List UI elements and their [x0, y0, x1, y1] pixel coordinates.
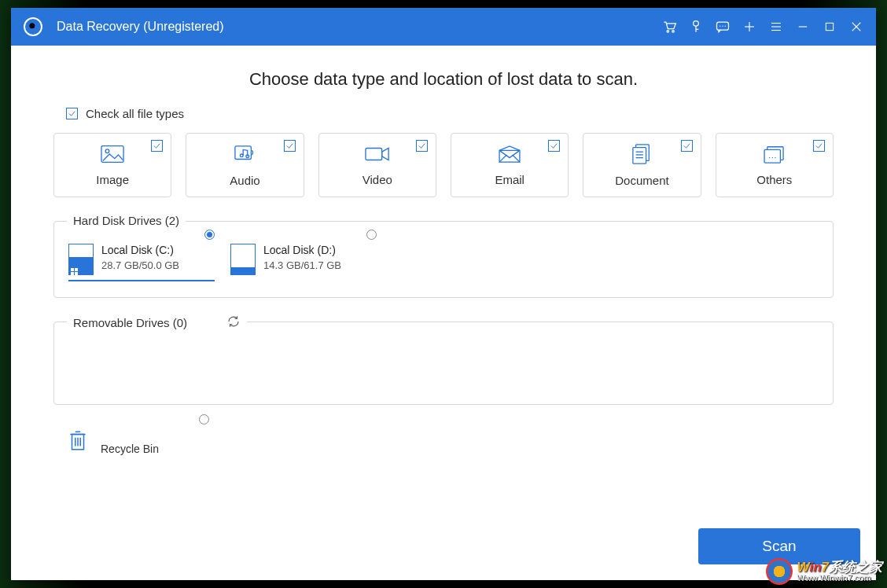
svg-point-38 [771, 156, 772, 157]
check-all-row[interactable]: Check all file types [66, 107, 834, 120]
document-checkbox[interactable] [681, 140, 693, 152]
watermark: Win7系统之家 Www.Winwin7.com [766, 558, 882, 585]
email-label: Email [495, 173, 524, 186]
disk-icon [230, 244, 256, 275]
email-checkbox[interactable] [548, 140, 560, 152]
svg-rect-27 [366, 148, 382, 160]
file-type-card-audio[interactable]: Audio [186, 133, 304, 197]
others-icon [763, 145, 786, 167]
image-checkbox[interactable] [151, 140, 163, 152]
audio-checkbox[interactable] [284, 140, 296, 152]
svg-rect-31 [633, 147, 646, 163]
maximize-button[interactable] [816, 13, 843, 40]
svg-point-23 [105, 149, 109, 153]
file-type-card-image[interactable]: Image [53, 133, 171, 197]
menu-icon[interactable] [763, 13, 789, 40]
audio-icon [233, 144, 256, 167]
svg-rect-41 [75, 268, 78, 271]
drive-size: 28.7 GB/50.0 GB [101, 259, 179, 271]
svg-marker-28 [381, 148, 388, 160]
svg-point-5 [672, 31, 675, 33]
svg-point-0 [29, 23, 35, 28]
recycle-bin-radio[interactable] [199, 414, 209, 424]
image-icon [101, 145, 124, 167]
file-type-cards: ImageAudioVideoEmailDocumentOthers [53, 133, 834, 197]
window-title: Data Recovery (Unregistered) [57, 20, 224, 34]
hdd-drives-row: Local Disk (C:)28.7 GB/50.0 GBLocal Disk… [68, 244, 819, 281]
app-window: Data Recovery (Unregistered) Choose data… [11, 8, 876, 580]
minimize-button[interactable] [789, 13, 816, 40]
disk-icon [68, 244, 94, 275]
file-type-card-email[interactable]: Email [451, 133, 569, 197]
video-label: Video [363, 173, 392, 186]
drive-radio[interactable] [366, 230, 377, 240]
svg-rect-43 [75, 272, 78, 275]
cart-icon[interactable] [656, 13, 683, 40]
recycle-bin-label: Recycle Bin [101, 443, 159, 455]
svg-rect-40 [71, 268, 74, 271]
email-icon [498, 145, 521, 167]
file-type-card-video[interactable]: Video [318, 133, 436, 197]
svg-rect-19 [826, 23, 833, 30]
svg-point-37 [769, 156, 770, 157]
svg-rect-42 [71, 272, 74, 275]
drive-item[interactable]: Local Disk (D:)14.3 GB/61.7 GB [230, 244, 377, 281]
video-icon [365, 145, 390, 167]
key-icon[interactable] [683, 13, 709, 40]
svg-line-1 [35, 28, 37, 31]
svg-rect-36 [764, 149, 780, 163]
svg-point-6 [694, 21, 699, 27]
svg-point-39 [775, 156, 775, 157]
hdd-section-label: Hard Disk Drives (2) [67, 214, 186, 227]
refresh-icon[interactable] [226, 314, 241, 331]
others-label: Others [756, 173, 792, 186]
check-all-checkbox[interactable] [66, 108, 78, 119]
svg-rect-22 [101, 145, 123, 162]
plus-icon[interactable] [736, 13, 763, 40]
svg-point-4 [667, 31, 669, 33]
recycle-bin-option[interactable]: Recycle Bin [68, 428, 209, 455]
check-all-label: Check all file types [86, 107, 184, 120]
app-logo-icon [24, 17, 42, 36]
hdd-section: Hard Disk Drives (2) Local Disk (C:)28.7… [53, 221, 834, 298]
file-type-card-others[interactable]: Others [716, 133, 834, 197]
watermark-line2: Www.Winwin7.com [797, 574, 882, 582]
drive-item[interactable]: Local Disk (C:)28.7 GB/50.0 GB [68, 244, 215, 281]
drive-name: Local Disk (D:) [263, 244, 341, 256]
document-icon [631, 144, 653, 167]
audio-label: Audio [230, 174, 259, 187]
watermark-line1: Win7系统之家 [797, 560, 882, 574]
page-heading: Choose data type and location of lost da… [53, 69, 834, 90]
drive-radio[interactable] [204, 230, 215, 240]
svg-point-10 [720, 26, 720, 27]
others-checkbox[interactable] [813, 140, 825, 152]
close-button[interactable] [843, 13, 870, 40]
video-checkbox[interactable] [416, 140, 428, 152]
removable-section-label: Removable Drives (0) [67, 314, 247, 331]
main-content: Choose data type and location of lost da… [11, 46, 876, 580]
svg-point-12 [725, 26, 726, 27]
titlebar: Data Recovery (Unregistered) [11, 8, 876, 46]
image-label: Image [96, 173, 129, 186]
removable-label-text: Removable Drives (0) [73, 316, 187, 329]
file-type-card-document[interactable]: Document [583, 133, 701, 197]
watermark-logo-icon [766, 558, 793, 585]
feedback-icon[interactable] [709, 13, 736, 40]
svg-point-11 [722, 26, 723, 27]
trash-icon [68, 428, 88, 455]
drive-name: Local Disk (C:) [101, 244, 179, 256]
removable-section: Removable Drives (0) [53, 322, 834, 405]
drive-size: 14.3 GB/61.7 GB [263, 259, 341, 271]
document-label: Document [615, 174, 668, 187]
